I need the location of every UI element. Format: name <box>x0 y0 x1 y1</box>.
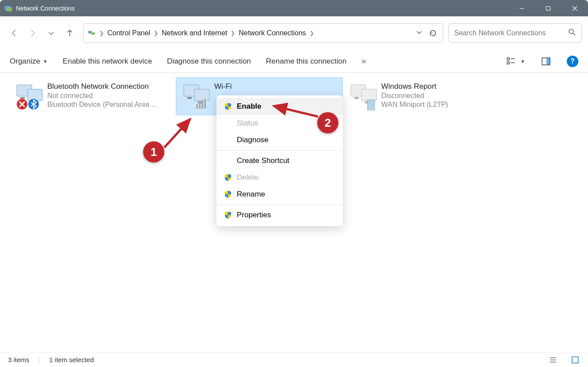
svg-line-35 <box>164 119 190 148</box>
connection-item-bluetooth[interactable]: Bluetooth Network Connection Not connect… <box>9 77 176 115</box>
annotation-arrow-1 <box>158 114 198 154</box>
maximize-button[interactable] <box>535 0 561 16</box>
connection-status: Disconnected <box>381 92 507 100</box>
svg-rect-40 <box>572 357 578 363</box>
svg-rect-1 <box>7 8 11 11</box>
location-icon <box>87 28 97 38</box>
window-controls <box>508 0 588 16</box>
shield-icon <box>224 102 232 111</box>
annotation-badge-1: 1 <box>143 141 164 163</box>
caret-down-icon: ▼ <box>43 59 48 64</box>
address-bar[interactable]: ❯ Control Panel ❯ Network and Internet ❯… <box>83 23 443 43</box>
svg-rect-15 <box>546 58 550 65</box>
context-menu-diagnose[interactable]: Diagnose <box>216 132 343 148</box>
breadcrumb-control-panel[interactable]: Control Panel <box>106 27 152 39</box>
organize-label: Organize <box>10 57 40 66</box>
connection-name: Bluetooth Network Connection <box>47 82 173 91</box>
svg-rect-23 <box>194 89 209 101</box>
refresh-button[interactable] <box>427 25 439 41</box>
organize-menu[interactable]: Organize ▼ <box>10 57 48 66</box>
status-bar: 3 items 1 item selected <box>0 352 588 367</box>
preview-pane-button[interactable] <box>540 56 552 67</box>
svg-rect-34 <box>368 100 375 110</box>
up-button[interactable] <box>62 25 78 41</box>
svg-rect-10 <box>507 58 509 60</box>
svg-rect-11 <box>507 62 509 64</box>
svg-rect-24 <box>187 97 192 99</box>
menu-item-label: Status <box>237 119 258 128</box>
svg-rect-31 <box>361 89 376 101</box>
view-options-button[interactable] <box>505 56 517 67</box>
svg-rect-6 <box>88 31 92 34</box>
connection-status: Not connected <box>47 92 173 100</box>
close-button[interactable] <box>561 0 588 16</box>
breadcrumb-network-internet[interactable]: Network and Internet <box>160 27 229 39</box>
context-menu-properties[interactable]: Properties <box>216 207 343 223</box>
title-bar: Network Connections <box>0 0 588 16</box>
context-menu-rename[interactable]: Rename <box>216 186 343 203</box>
svg-rect-28 <box>201 101 203 109</box>
rename-connection-button[interactable]: Rename this connection <box>266 57 346 66</box>
shield-icon <box>224 211 232 219</box>
svg-rect-32 <box>354 97 359 99</box>
menu-separator <box>216 150 343 151</box>
svg-line-9 <box>573 33 575 35</box>
details-view-button[interactable] <box>548 355 558 365</box>
svg-rect-26 <box>196 104 198 109</box>
svg-rect-27 <box>199 102 201 109</box>
search-box[interactable] <box>448 23 582 43</box>
menu-item-label: Properties <box>237 211 271 219</box>
connection-icon <box>12 81 47 111</box>
svg-line-36 <box>274 106 318 117</box>
svg-rect-17 <box>27 89 42 101</box>
connection-name: Wi-Fi <box>214 82 340 91</box>
menu-item-label: Diagnose <box>237 136 269 144</box>
forward-button[interactable] <box>25 25 41 41</box>
command-bar: Organize ▼ Enable this network device Di… <box>0 50 588 73</box>
help-button[interactable]: ? <box>567 56 578 67</box>
context-menu-delete: Delete <box>216 169 343 186</box>
connection-name: Windows Report <box>381 82 507 91</box>
large-icons-view-button[interactable] <box>570 355 580 365</box>
connection-device: WAN Miniport (L2TP) <box>381 101 501 109</box>
menu-item-label: Rename <box>237 190 265 199</box>
connection-icon <box>346 81 381 111</box>
diagnose-connection-button[interactable]: Diagnose this connection <box>167 57 251 66</box>
chevron-right-icon: ❯ <box>99 30 104 36</box>
svg-rect-7 <box>91 32 95 35</box>
svg-rect-18 <box>20 97 25 99</box>
connection-item-vpn[interactable]: Windows Report Disconnected WAN Miniport… <box>343 77 510 115</box>
search-icon <box>568 28 576 38</box>
minimize-button[interactable] <box>508 0 535 16</box>
caret-down-icon: ▼ <box>520 59 525 64</box>
svg-point-8 <box>569 29 573 34</box>
address-dropdown[interactable] <box>416 29 422 37</box>
menu-item-label: Create Shortcut <box>237 156 289 165</box>
annotation-badge-2: 2 <box>317 112 338 133</box>
selection-count: 1 item selected <box>49 356 94 363</box>
search-input[interactable] <box>454 29 568 37</box>
overflow-button[interactable]: » <box>361 57 366 66</box>
menu-separator <box>216 204 343 205</box>
shield-icon <box>224 190 232 199</box>
item-count: 3 items <box>8 356 29 363</box>
app-icon <box>4 4 12 12</box>
window-title: Network Connections <box>16 5 508 12</box>
chevron-right-icon: ❯ <box>310 30 314 36</box>
back-button[interactable] <box>6 25 22 41</box>
menu-item-label: Delete <box>237 173 258 182</box>
svg-rect-3 <box>546 6 550 10</box>
chevron-right-icon: ❯ <box>231 30 235 36</box>
connection-icon <box>179 81 214 111</box>
menu-item-label: Enable <box>237 102 262 111</box>
recent-dropdown[interactable] <box>43 25 59 41</box>
breadcrumb-network-connections[interactable]: Network Connections <box>237 27 307 39</box>
navigation-bar: ❯ Control Panel ❯ Network and Internet ❯… <box>0 16 588 50</box>
enable-device-button[interactable]: Enable this network device <box>63 57 152 66</box>
shield-icon <box>224 173 232 182</box>
annotation-arrow-2 <box>269 102 322 120</box>
connection-device: Bluetooth Device (Personal Area ... <box>47 101 167 109</box>
svg-rect-29 <box>204 99 206 109</box>
chevron-right-icon: ❯ <box>154 30 158 36</box>
context-menu-create-shortcut[interactable]: Create Shortcut <box>216 152 343 169</box>
